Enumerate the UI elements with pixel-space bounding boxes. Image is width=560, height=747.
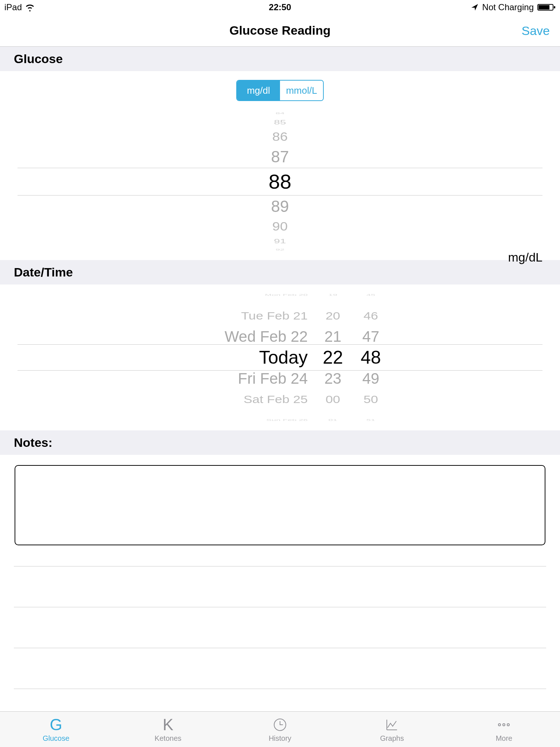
picker-value: 92 [276, 249, 284, 251]
device-label: iPad [4, 2, 22, 12]
date-hour-selected: 22 [320, 347, 346, 368]
status-bar: iPad 22:50 Not Charging [0, 0, 560, 15]
wifi-icon [25, 3, 35, 11]
date-minute-selected: 48 [358, 347, 384, 368]
date-minute: 47 [358, 328, 384, 345]
picker-value: 91 [274, 238, 286, 244]
tab-ketones[interactable]: K Ketones [112, 712, 224, 747]
battery-icon [537, 3, 556, 11]
date-minute: 49 [358, 370, 384, 387]
tab-history[interactable]: History [224, 712, 336, 747]
glucose-value-picker[interactable]: 84 85 86 87 88 89 90 91 92 mg/dL [0, 103, 560, 260]
segmented-control[interactable]: mg/dl mmol/L [236, 80, 324, 101]
ketones-icon: K [163, 716, 173, 734]
tab-bar: G Glucose K Ketones History Graphs More [0, 711, 560, 747]
charging-label: Not Charging [482, 2, 534, 12]
tab-glucose[interactable]: G Glucose [0, 712, 112, 747]
save-button[interactable]: Save [522, 23, 550, 38]
separator-lines [14, 549, 546, 689]
picker-value: 84 [276, 112, 284, 114]
tab-label: History [269, 734, 291, 743]
tab-label: Graphs [380, 734, 404, 743]
status-time: 22:50 [269, 2, 291, 12]
section-header-glucose: Glucose [0, 47, 560, 71]
picker-value: 85 [274, 119, 286, 125]
date-day: Fri Feb 24 [176, 370, 308, 387]
nav-bar: Glucose Reading Save [0, 15, 560, 47]
tab-graphs[interactable]: Graphs [336, 712, 448, 747]
unit-suffix: mg/dL [508, 250, 543, 264]
date-hour: 00 [320, 393, 346, 406]
date-hour: 21 [320, 328, 346, 345]
date-hour: 01 [320, 419, 346, 422]
date-minute: 45 [358, 294, 384, 297]
glucose-icon: G [50, 716, 62, 734]
tab-more[interactable]: More [448, 712, 560, 747]
notes-container [0, 455, 560, 549]
unit-mmoll[interactable]: mmol/L [280, 81, 323, 100]
date-hour: 20 [320, 310, 346, 322]
picker-value: 87 [271, 146, 289, 168]
date-minute: 50 [358, 393, 384, 406]
tab-label: Ketones [155, 734, 181, 743]
date-day: Sat Feb 25 [176, 393, 308, 406]
svg-point-4 [498, 724, 501, 726]
notes-textarea[interactable] [15, 465, 545, 545]
separator [14, 607, 546, 648]
section-header-datetime: Date/Time [0, 260, 560, 285]
date-minute: 46 [358, 310, 384, 322]
date-day: Wed Feb 22 [176, 328, 308, 345]
graphs-icon [385, 716, 399, 734]
date-minute: 51 [358, 419, 384, 422]
date-hour: 23 [320, 370, 346, 387]
tab-label: Glucose [43, 734, 69, 743]
more-icon [497, 716, 511, 734]
svg-rect-2 [554, 6, 555, 8]
picker-value: 89 [271, 196, 289, 217]
datetime-picker[interactable]: Mon Feb 20 19 45 Tue Feb 21 20 46 Wed Fe… [0, 285, 560, 430]
section-header-notes: Notes: [0, 430, 560, 455]
svg-point-5 [503, 724, 505, 726]
date-day-selected: Today [176, 347, 308, 368]
date-hour: 19 [320, 294, 346, 297]
picker-value: 86 [272, 129, 288, 145]
separator [14, 549, 546, 566]
date-day: Tue Feb 21 [176, 310, 308, 322]
separator [14, 566, 546, 607]
separator [14, 648, 546, 689]
picker-value: 90 [272, 219, 288, 235]
svg-rect-1 [538, 5, 549, 9]
svg-point-6 [507, 724, 509, 726]
unit-mgdl[interactable]: mg/dl [237, 81, 280, 100]
unit-toggle: mg/dl mmol/L [0, 71, 560, 103]
date-day: Sun Feb 26 [176, 419, 308, 422]
location-icon [471, 3, 479, 11]
history-icon [273, 716, 287, 734]
tab-label: More [496, 734, 513, 743]
date-day: Mon Feb 20 [176, 294, 308, 297]
picker-value-selected: 88 [269, 168, 291, 196]
page-title: Glucose Reading [229, 23, 331, 38]
